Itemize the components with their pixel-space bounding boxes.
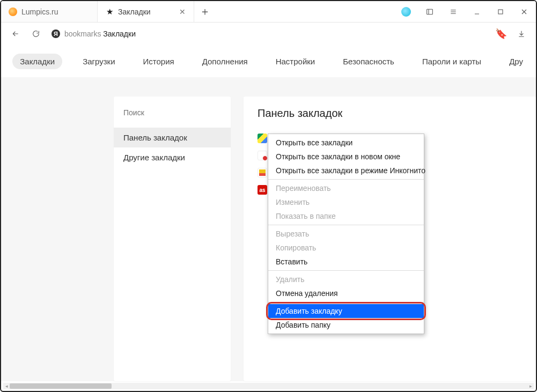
nav-settings[interactable]: Настройки [268,54,323,69]
bookmark-page-button[interactable]: 🔖 [491,24,511,44]
address-text: bookmarks Закладки [64,29,136,38]
close-icon[interactable]: ✕ [179,8,186,16]
ctx-add-bookmark[interactable]: Добавить закладку [268,304,424,318]
sidebar-toggle-button[interactable] [418,1,442,22]
maximize-icon [496,8,505,16]
ctx-delete: Удалить [268,272,424,286]
address-title: Закладки [103,29,136,38]
separator [268,270,424,271]
separator [268,302,424,302]
address-scheme: bookmarks [64,29,101,38]
lumpics-favicon-icon [9,8,17,16]
tab-strip: Lumpics.ru Закладки ✕ ＋ [1,1,536,23]
ctx-open-all-incognito[interactable]: Открыть все закладки в режиме Инкогнито [268,164,424,177]
svg-rect-6 [498,10,503,14]
ctx-open-all[interactable]: Открыть все закладки [268,136,424,150]
tab-title: Закладки [118,8,174,16]
panel-icon [425,8,434,16]
ctx-edit: Изменить [268,195,424,209]
sidebar: Панель закладок Другие закладки [114,97,231,381]
ctx-rename: Переименовать [268,181,424,195]
arrow-left-icon [11,29,20,38]
separator [268,179,424,180]
svg-rect-0 [427,9,433,14]
bookmark-flag-icon: 🔖 [495,28,507,40]
nav-bookmarks[interactable]: Закладки [12,54,62,69]
ctx-copy: Копировать [268,241,424,255]
star-icon [105,8,114,16]
hamburger-icon [449,8,458,16]
alice-button[interactable] [394,1,418,22]
ctx-open-all-new-window[interactable]: Открыть все закладки в новом окне [268,150,424,164]
back-button[interactable] [5,24,26,44]
tab-title: Lumpics.ru [21,8,90,16]
horizontal-scrollbar[interactable]: ◂ ▸ [3,383,534,389]
menu-button[interactable] [442,1,465,22]
downloads-button[interactable] [511,24,532,44]
scroll-right-icon[interactable]: ▸ [527,383,534,389]
ctx-show-in-folder: Показать в папке [268,209,424,223]
gdrive-icon [258,134,267,143]
download-icon [517,29,526,38]
tab-lumpics[interactable]: Lumpics.ru [1,1,98,22]
new-tab-button[interactable]: ＋ [194,1,216,22]
context-menu: Открыть все закладки Открыть все закладк… [268,134,424,334]
close-icon [520,8,528,16]
yandex-icon [258,151,267,160]
nav-other[interactable]: Дру [502,54,531,69]
ctx-undo-delete[interactable]: Отмена удаления [268,286,424,300]
minimize-icon [473,8,481,16]
address-bar[interactable]: Я bookmarks Закладки [46,25,491,43]
maximize-button[interactable] [489,1,512,22]
alice-icon [401,7,411,17]
ctx-add-folder[interactable]: Добавить папку [268,318,424,332]
nav-security[interactable]: Безопасность [335,54,402,69]
yandex-images-icon [258,168,267,177]
reload-button[interactable] [26,24,46,44]
ctx-paste[interactable]: Вставить [268,255,424,269]
nav-downloads[interactable]: Загрузки [75,54,122,69]
lastfm-icon: as [258,185,267,195]
nav-addons[interactable]: Дополнения [195,54,255,69]
yandex-icon: Я [52,29,60,38]
search-input[interactable] [114,103,231,122]
nav-history[interactable]: История [136,54,182,69]
sidebar-item-other-bookmarks[interactable]: Другие закладки [114,147,231,167]
reload-icon [32,29,40,38]
scrollbar-thumb[interactable] [10,383,112,389]
scroll-left-icon[interactable]: ◂ [3,383,10,389]
ctx-cut: Вырезать [268,227,424,241]
page-title: Панель закладок [258,107,522,120]
minimize-button[interactable] [465,1,489,22]
nav-passwords[interactable]: Пароли и карты [415,54,489,69]
toolbar: Я bookmarks Закладки 🔖 [1,23,536,45]
settings-nav: Закладки Загрузки История Дополнения Нас… [1,45,536,77]
separator [268,225,424,225]
close-window-button[interactable] [512,1,536,22]
sidebar-item-bookmarks-bar[interactable]: Панель закладок [114,128,231,147]
tab-bookmarks[interactable]: Закладки ✕ [98,1,194,22]
